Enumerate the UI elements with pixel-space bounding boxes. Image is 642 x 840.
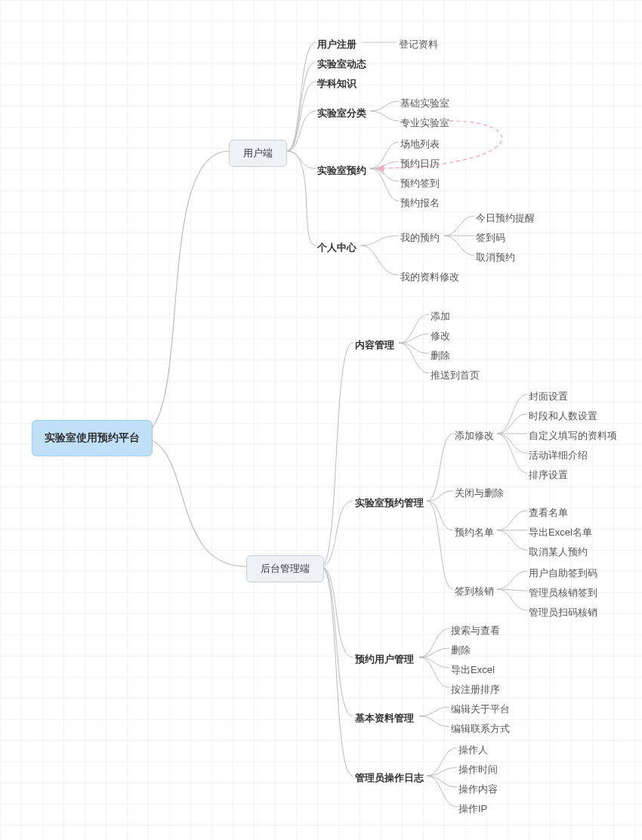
node-content-add[interactable]: 添加 — [431, 308, 450, 325]
node-export-excel[interactable]: 导出Excel — [451, 662, 495, 678]
node-lab-addmod[interactable]: 添加修改 — [455, 428, 494, 444]
node-custom-fields[interactable]: 自定义填写的资料项 — [529, 428, 617, 444]
node-venue-list[interactable]: 场地列表 — [400, 136, 440, 153]
node-admin-log[interactable]: 管理员操作日志 — [355, 770, 424, 786]
node-user-register[interactable]: 用户注册 — [317, 36, 356, 53]
node-content-mod[interactable]: 修改 — [431, 328, 450, 344]
node-self-checkin[interactable]: 用户自助签到码 — [529, 565, 597, 582]
node-sort-setting[interactable]: 排序设置 — [529, 467, 568, 483]
node-register-info[interactable]: 登记资料 — [399, 36, 438, 53]
node-admin-scan[interactable]: 管理员扫码核销 — [529, 604, 597, 621]
node-checkin-verify[interactable]: 签到核销 — [455, 583, 494, 600]
node-admin[interactable]: 后台管理端 — [246, 555, 324, 582]
node-lab-appointment[interactable]: 实验室预约 — [317, 162, 366, 179]
node-personal-center[interactable]: 个人中心 — [317, 239, 356, 256]
node-basic-lab[interactable]: 基础实验室 — [400, 95, 449, 112]
node-user-mgmt[interactable]: 预约用户管理 — [355, 651, 414, 668]
node-today-reminder[interactable]: 今日预约提醒 — [476, 210, 535, 227]
node-content-del[interactable]: 删除 — [431, 347, 450, 364]
node-log-ip[interactable]: 操作IP — [458, 801, 487, 817]
node-slot-setting[interactable]: 时段和人数设置 — [529, 408, 597, 425]
node-content-mgmt[interactable]: 内容管理 — [355, 337, 394, 354]
node-appt-checkin[interactable]: 预约签到 — [400, 175, 440, 192]
node-edit-contact[interactable]: 编辑联系方式 — [451, 721, 510, 737]
node-lab-category[interactable]: 实验室分类 — [317, 105, 366, 122]
node-log-operator[interactable]: 操作人 — [458, 742, 488, 758]
node-pro-lab[interactable]: 专业实验室 — [400, 115, 449, 131]
node-export-excel-list[interactable]: 导出Excel名单 — [529, 524, 592, 541]
node-admin-verify[interactable]: 管理员核销签到 — [529, 585, 597, 601]
node-client[interactable]: 用户端 — [229, 140, 287, 167]
node-activity-detail[interactable]: 活动详细介绍 — [529, 447, 588, 464]
node-lab-dynamics[interactable]: 实验室动态 — [317, 56, 366, 73]
node-sort-reg[interactable]: 按注册排序 — [451, 681, 500, 698]
node-cancel-someone[interactable]: 取消某人预约 — [529, 544, 588, 561]
node-knowledge[interactable]: 学科知识 — [317, 76, 356, 92]
node-log-time[interactable]: 操作时间 — [458, 761, 498, 778]
node-appt-list[interactable]: 预约名单 — [455, 524, 494, 541]
node-appt-calendar[interactable]: 预约日历 — [400, 156, 440, 172]
node-checkin-code[interactable]: 签到码 — [476, 230, 505, 246]
node-log-content[interactable]: 操作内容 — [458, 781, 498, 798]
node-basic-mgmt[interactable]: 基本资料管理 — [355, 710, 414, 727]
node-edit-profile[interactable]: 我的资料修改 — [400, 269, 459, 286]
node-search-view[interactable]: 搜索与查看 — [451, 622, 500, 639]
node-appt-signup[interactable]: 预约报名 — [400, 195, 440, 212]
node-close-delete[interactable]: 关闭与删除 — [455, 485, 504, 502]
node-user-del[interactable]: 删除 — [451, 642, 471, 659]
node-view-list[interactable]: 查看名单 — [529, 505, 568, 521]
node-edit-about[interactable]: 编辑关于平台 — [451, 701, 510, 718]
root-node[interactable]: 实验室使用预约平台 — [32, 420, 153, 456]
node-cancel-appt[interactable]: 取消预约 — [476, 249, 515, 266]
node-lab-appt-mgmt[interactable]: 实验室预约管理 — [355, 495, 424, 511]
node-my-appointment[interactable]: 我的预约 — [400, 230, 440, 246]
node-cover-setting[interactable]: 封面设置 — [529, 388, 568, 405]
node-content-push[interactable]: 推送到首页 — [431, 367, 480, 384]
